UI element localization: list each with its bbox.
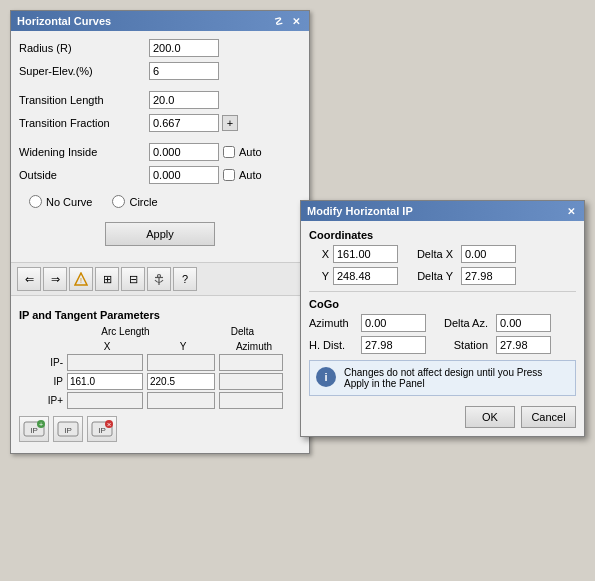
hdist-label: H. Dist. bbox=[309, 339, 357, 351]
delta-x-label: Delta X bbox=[402, 248, 457, 260]
modal-close-icon[interactable]: ✕ bbox=[564, 204, 578, 218]
modal-button-row: OK Cancel bbox=[309, 402, 576, 428]
x-input[interactable] bbox=[333, 245, 398, 263]
info-icon: i bbox=[316, 367, 336, 387]
info-row: i Changes do not affect design until you… bbox=[309, 360, 576, 396]
ok-button[interactable]: OK bbox=[465, 406, 515, 428]
modal-titlebar: Modify Horizontal IP ✕ bbox=[301, 201, 584, 221]
x-label: X bbox=[309, 248, 329, 260]
azimuth-row: Azimuth Delta Az. bbox=[309, 314, 576, 332]
y-input[interactable] bbox=[333, 267, 398, 285]
delta-y-input[interactable] bbox=[461, 267, 516, 285]
hdist-row: H. Dist. Station bbox=[309, 336, 576, 354]
azimuth-input[interactable] bbox=[361, 314, 426, 332]
azimuth-label: Azimuth bbox=[309, 317, 357, 329]
coordinates-x-row: X Delta X bbox=[309, 245, 576, 263]
delta-az-label: Delta Az. bbox=[430, 317, 492, 329]
delta-x-input[interactable] bbox=[461, 245, 516, 263]
modal-overlay: Modify Horizontal IP ✕ Coordinates X Del… bbox=[0, 0, 595, 581]
coordinates-y-row: Y Delta Y bbox=[309, 267, 576, 285]
hdist-input[interactable] bbox=[361, 336, 426, 354]
y-label: Y bbox=[309, 270, 329, 282]
info-message: Changes do not affect design until you P… bbox=[344, 367, 569, 389]
delta-az-input[interactable] bbox=[496, 314, 551, 332]
station-label: Station bbox=[430, 339, 492, 351]
delta-y-label: Delta Y bbox=[402, 270, 457, 282]
modal-title: Modify Horizontal IP bbox=[307, 205, 413, 217]
coordinates-label: Coordinates bbox=[309, 229, 576, 241]
station-input[interactable] bbox=[496, 336, 551, 354]
coogo-label: CoGo bbox=[309, 298, 576, 310]
modify-ip-dialog: Modify Horizontal IP ✕ Coordinates X Del… bbox=[300, 200, 585, 437]
cancel-button[interactable]: Cancel bbox=[521, 406, 576, 428]
divider bbox=[309, 291, 576, 292]
